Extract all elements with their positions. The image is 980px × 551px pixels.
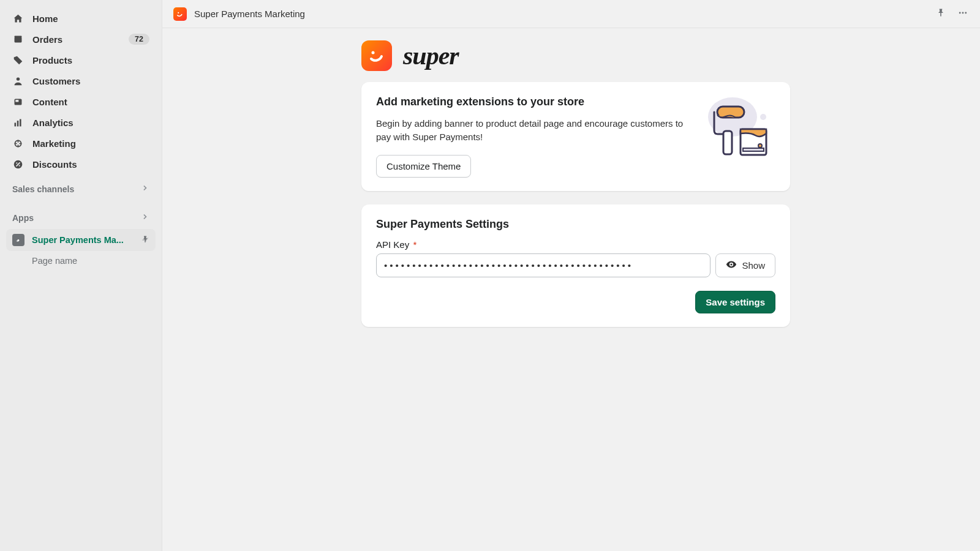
svg-point-20 (760, 114, 766, 120)
nav-products[interactable]: Products (6, 50, 156, 70)
card-body: Begin by adding banner to product detail… (376, 117, 684, 144)
brand-header: super (361, 40, 790, 71)
nav-content[interactable]: Content (6, 92, 156, 111)
app-super-payments[interactable]: Super Payments Ma... (6, 229, 156, 251)
topbar-title: Super Payments Marketing (194, 9, 305, 19)
section-sales-channels[interactable]: Sales channels (6, 175, 156, 197)
nav-label: Orders (32, 34, 62, 45)
section-label: Sales channels (12, 184, 74, 194)
svg-rect-22 (743, 148, 764, 151)
svg-point-23 (758, 144, 762, 148)
card-settings: Super Payments Settings API Key * Show (361, 204, 790, 327)
nav-home[interactable]: Home (6, 9, 156, 28)
svg-point-26 (731, 263, 733, 265)
chevron-right-icon (141, 184, 149, 194)
nav-customers[interactable]: Customers (6, 71, 156, 91)
app-logo-icon (173, 7, 187, 21)
more-icon[interactable] (957, 8, 969, 20)
eye-icon (726, 259, 737, 272)
app-icon (12, 234, 24, 246)
svg-point-16 (962, 12, 964, 13)
app-label: Super Payments Ma... (32, 235, 124, 245)
content-icon (12, 96, 23, 107)
svg-rect-25 (723, 131, 732, 154)
nav-label: Analytics (32, 118, 74, 128)
show-label: Show (742, 260, 765, 271)
card-extensions: Add marketing extensions to your store B… (361, 82, 790, 191)
orders-badge: 72 (129, 34, 149, 45)
main-area: Super Payments Marketing super Add marke… (162, 0, 980, 551)
svg-point-10 (16, 162, 17, 163)
products-icon (12, 54, 23, 66)
nav-label: Customers (32, 76, 80, 86)
nav-marketing[interactable]: Marketing (6, 133, 156, 153)
svg-rect-1 (14, 36, 21, 37)
svg-rect-0 (14, 37, 21, 42)
orders-icon (12, 34, 23, 45)
card-title: Super Payments Settings (376, 218, 775, 231)
svg-rect-12 (145, 239, 145, 242)
nav-label: Products (32, 55, 72, 66)
analytics-icon (12, 117, 23, 128)
nav-analytics[interactable]: Analytics (6, 113, 156, 132)
sidebar: Home Orders 72 Products Customers Conten… (0, 0, 162, 551)
api-key-input[interactable] (376, 253, 710, 277)
topbar: Super Payments Marketing (162, 0, 980, 28)
svg-point-13 (178, 12, 179, 13)
svg-point-18 (372, 51, 375, 54)
api-key-row: Show (376, 253, 775, 277)
discounts-icon (12, 159, 23, 170)
customize-theme-button[interactable]: Customize Theme (376, 155, 471, 178)
card-actions: Save settings (376, 291, 775, 313)
nav-discounts[interactable]: Discounts (6, 154, 156, 174)
marketing-icon (12, 138, 23, 149)
sub-page-name[interactable]: Page name (6, 252, 156, 269)
nav-orders[interactable]: Orders 72 (6, 29, 156, 49)
svg-point-11 (18, 165, 20, 166)
brand-wordmark: super (403, 41, 459, 70)
api-key-label: API Key * (376, 239, 775, 250)
chevron-right-icon (141, 212, 149, 223)
nav-label: Discounts (32, 159, 77, 170)
svg-rect-14 (940, 13, 941, 17)
topbar-actions (936, 8, 969, 20)
nav-label: Content (32, 97, 67, 107)
paint-illustration-icon (696, 96, 775, 163)
svg-rect-6 (17, 121, 18, 126)
save-settings-button[interactable]: Save settings (695, 291, 775, 313)
svg-rect-7 (20, 119, 21, 126)
sub-label: Page name (32, 256, 77, 266)
pin-icon[interactable] (141, 235, 149, 246)
svg-point-17 (965, 12, 967, 13)
section-apps[interactable]: Apps (6, 198, 156, 225)
customers-icon (12, 75, 23, 86)
nav-label: Marketing (32, 138, 76, 149)
svg-point-15 (959, 12, 961, 13)
svg-rect-5 (14, 122, 16, 126)
brand-logo-icon (361, 40, 392, 71)
pin-icon[interactable] (936, 8, 946, 20)
home-icon (12, 13, 23, 24)
nav-label: Home (32, 13, 58, 24)
show-api-key-button[interactable]: Show (715, 253, 775, 277)
content: super Add marketing extensions to your s… (162, 28, 980, 551)
required-indicator: * (413, 239, 417, 250)
svg-point-2 (16, 77, 19, 80)
card-title: Add marketing extensions to your store (376, 96, 684, 108)
svg-rect-4 (15, 100, 18, 102)
section-label: Apps (12, 213, 34, 223)
